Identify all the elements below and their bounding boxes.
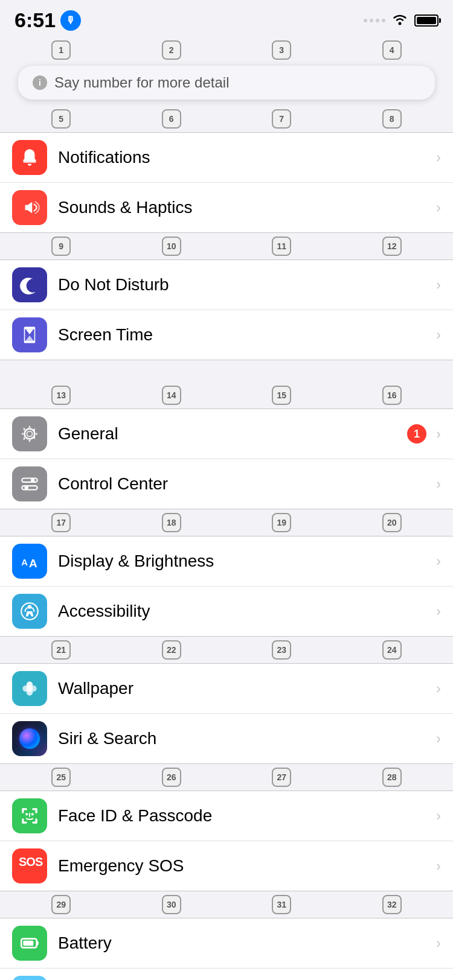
faceid-chevron: › [436, 807, 441, 824]
badge-4: 4 [337, 38, 448, 62]
settings-group-5: Wallpaper › Siri & Search › [0, 663, 453, 764]
svg-point-7 [27, 431, 31, 436]
display-chevron: › [436, 553, 441, 570]
number-row-21-24: 21 22 23 24 [0, 637, 453, 663]
badge-1: 1 [6, 38, 117, 62]
wallpaper-icon [12, 671, 47, 706]
number-row-5-8: 5 6 7 8 [0, 106, 453, 132]
settings-group-2: Do Not Disturb › Screen Time › [0, 259, 453, 360]
settings-group-4: A A Display & Brightness › Accessibility… [0, 536, 453, 637]
notifications-chevron: › [436, 149, 441, 166]
settings-group-1: Notifications › Sounds & Haptics › [0, 132, 453, 233]
sos-chevron: › [436, 858, 441, 874]
privacy-icon [12, 976, 47, 980]
accessibility-icon [12, 594, 47, 629]
number-row-29-32: 29 30 31 32 [0, 891, 453, 918]
controlcenter-label: Control Center [58, 474, 432, 494]
screentime-icon [12, 317, 47, 352]
siri-icon [12, 721, 47, 756]
top-number-row: 1 2 3 4 [0, 37, 453, 63]
general-chevron: › [436, 425, 441, 442]
general-badge: 1 [407, 424, 426, 444]
battery-label: Battery [58, 934, 432, 953]
svg-rect-33 [23, 941, 33, 946]
wifi-icon [391, 12, 408, 29]
settings-row-sos[interactable]: SOS Emergency SOS › [0, 841, 453, 891]
sounds-label: Sounds & Haptics [58, 198, 432, 217]
status-right-icons [364, 12, 439, 29]
faceid-label: Face ID & Passcode [58, 806, 432, 826]
accessibility-label: Accessibility [58, 602, 432, 621]
svg-text:A: A [21, 558, 28, 567]
settings-row-display[interactable]: A A Display & Brightness › [0, 536, 453, 587]
settings-row-notifications[interactable]: Notifications › [0, 133, 453, 183]
tooltip-bar: i Say number for more detail [18, 66, 435, 100]
svg-rect-25 [22, 808, 24, 813]
info-icon: i [33, 75, 47, 90]
settings-row-battery[interactable]: Battery › [0, 918, 453, 969]
dnd-chevron: › [436, 276, 441, 293]
svg-point-0 [399, 22, 402, 25]
display-label: Display & Brightness [58, 552, 432, 571]
general-icon [12, 416, 47, 451]
svg-rect-26 [36, 808, 37, 813]
dnd-icon [12, 267, 47, 302]
settings-row-screentime[interactable]: Screen Time › [0, 310, 453, 360]
settings-group-3: General 1 › Control Center › [0, 409, 453, 509]
sounds-icon [12, 190, 47, 225]
sounds-chevron: › [436, 199, 441, 216]
section-divider-1 [0, 360, 453, 382]
settings-row-controlcenter[interactable]: Control Center › [0, 459, 453, 509]
sos-label: Emergency SOS [58, 856, 432, 876]
svg-rect-28 [36, 818, 37, 823]
svg-point-11 [25, 486, 28, 489]
dnd-label: Do Not Disturb [58, 275, 432, 294]
svg-rect-27 [22, 818, 24, 823]
status-bar: 6:51 🎙 [0, 0, 453, 37]
settings-row-privacy[interactable]: Privacy › [0, 969, 453, 980]
battery-icon [414, 14, 439, 27]
settings-row-siri[interactable]: Siri & Search › [0, 714, 453, 763]
settings-row-accessibility[interactable]: Accessibility › [0, 587, 453, 636]
tooltip-text: Say number for more detail [54, 74, 229, 91]
siri-chevron: › [436, 730, 441, 747]
svg-point-20 [27, 686, 33, 692]
svg-rect-10 [22, 486, 37, 489]
status-time: 6:51 🎙 [14, 8, 81, 32]
screentime-label: Screen Time [58, 325, 432, 345]
svg-point-9 [31, 478, 34, 482]
badge-2: 2 [117, 38, 227, 62]
settings-group-7: Battery › Privacy › [0, 918, 453, 980]
accessibility-chevron: › [436, 603, 441, 620]
settings-row-faceid[interactable]: Face ID & Passcode › [0, 791, 453, 841]
settings-row-dnd[interactable]: Do Not Disturb › [0, 260, 453, 310]
display-icon: A A [12, 544, 47, 579]
settings-group-6: Face ID & Passcode › SOS Emergency SOS › [0, 791, 453, 891]
controlcenter-chevron: › [436, 476, 441, 492]
settings-row-general[interactable]: General 1 › [0, 409, 453, 459]
battery-chevron: › [436, 935, 441, 952]
wallpaper-chevron: › [436, 680, 441, 697]
settings-row-sounds[interactable]: Sounds & Haptics › [0, 183, 453, 232]
sos-icon: SOS [12, 848, 47, 883]
notifications-label: Notifications [58, 148, 432, 167]
settings-row-wallpaper[interactable]: Wallpaper › [0, 664, 453, 714]
svg-rect-34 [37, 941, 39, 945]
controlcenter-icon [12, 466, 47, 501]
signal-icon [364, 19, 385, 22]
faceid-icon [12, 798, 47, 833]
number-row-25-28: 25 26 27 28 [0, 764, 453, 791]
general-label: General [58, 424, 407, 444]
screentime-chevron: › [436, 326, 441, 343]
svg-point-30 [31, 813, 34, 815]
badge-3: 3 [226, 38, 337, 62]
svg-point-29 [25, 813, 28, 815]
number-row-17-20: 17 18 19 20 [0, 509, 453, 536]
siri-label: Siri & Search [58, 729, 432, 748]
number-row-13-16: 13 14 15 16 [0, 382, 453, 409]
svg-text:A: A [29, 557, 37, 570]
number-row-9-12: 9 10 11 12 [0, 233, 453, 259]
notifications-icon [12, 140, 47, 175]
mic-icon: 🎙 [60, 10, 81, 31]
svg-rect-8 [22, 478, 37, 482]
